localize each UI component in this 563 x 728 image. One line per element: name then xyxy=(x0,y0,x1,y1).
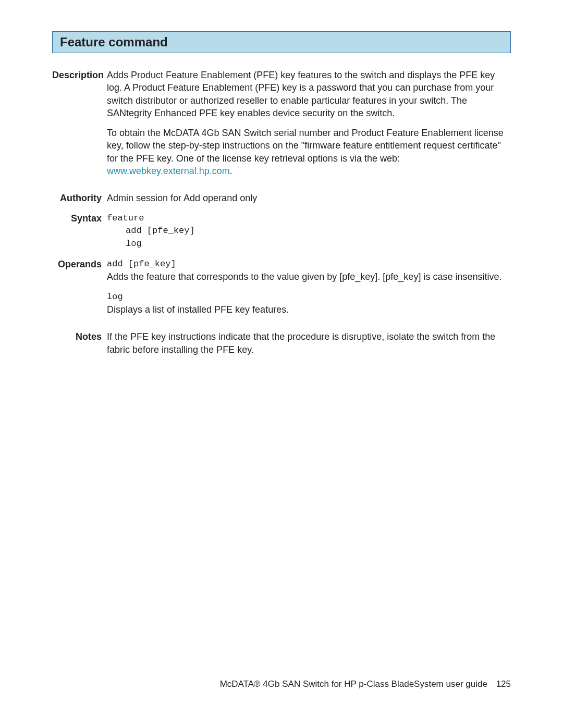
syntax-line1: feature xyxy=(107,212,511,225)
notes-value: If the PFE key instructions indicate tha… xyxy=(107,330,511,356)
operand-log-code: log xyxy=(107,291,511,304)
notes-row: Notes If the PFE key instructions indica… xyxy=(52,330,511,356)
operand-add-code: add [pfe_key] xyxy=(107,258,511,271)
syntax-line2: add [pfe_key] xyxy=(107,225,511,238)
operand-add: add [pfe_key] Adds the feature that corr… xyxy=(107,258,511,283)
authority-row: Authority Admin session for Add operand … xyxy=(52,192,511,204)
syntax-label: Syntax xyxy=(52,212,107,251)
description-p2-post: . xyxy=(230,166,232,176)
authority-value: Admin session for Add operand only xyxy=(107,192,511,204)
syntax-line3: log xyxy=(107,238,511,251)
operand-log-text: Displays a list of installed PFE key fea… xyxy=(107,303,511,316)
operand-log: log Displays a list of installed PFE key… xyxy=(107,291,511,316)
description-label: Description xyxy=(52,69,107,184)
page-footer: McDATA® 4Gb SAN Switch for HP p-Class Bl… xyxy=(0,679,563,689)
description-row: Description Adds Product Feature Enablem… xyxy=(52,69,511,184)
syntax-value: feature add [pfe_key] log xyxy=(107,212,511,251)
authority-label: Authority xyxy=(52,192,107,204)
footer-text: McDATA® 4Gb SAN Switch for HP p-Class Bl… xyxy=(220,679,487,689)
notes-label: Notes xyxy=(52,330,107,356)
operand-add-text: Adds the feature that corresponds to the… xyxy=(107,270,511,283)
description-value: Adds Product Feature Enablement (PFE) ke… xyxy=(107,69,511,184)
section-title-box: Feature command xyxy=(52,31,511,53)
webkey-link[interactable]: www.webkey.external.hp.com xyxy=(107,166,230,176)
section-title: Feature command xyxy=(60,35,503,50)
page: Feature command Description Adds Product… xyxy=(0,0,563,728)
description-p2: To obtain the McDATA 4Gb SAN Switch seri… xyxy=(107,127,511,177)
operands-row: Operands add [pfe_key] Adds the feature … xyxy=(52,258,511,324)
description-p2-pre: To obtain the McDATA 4Gb SAN Switch seri… xyxy=(107,128,504,164)
footer-page: 125 xyxy=(496,679,511,689)
operands-label: Operands xyxy=(52,258,107,324)
syntax-row: Syntax feature add [pfe_key] log xyxy=(52,212,511,251)
operands-value: add [pfe_key] Adds the feature that corr… xyxy=(107,258,511,324)
description-p1: Adds Product Feature Enablement (PFE) ke… xyxy=(107,69,511,119)
